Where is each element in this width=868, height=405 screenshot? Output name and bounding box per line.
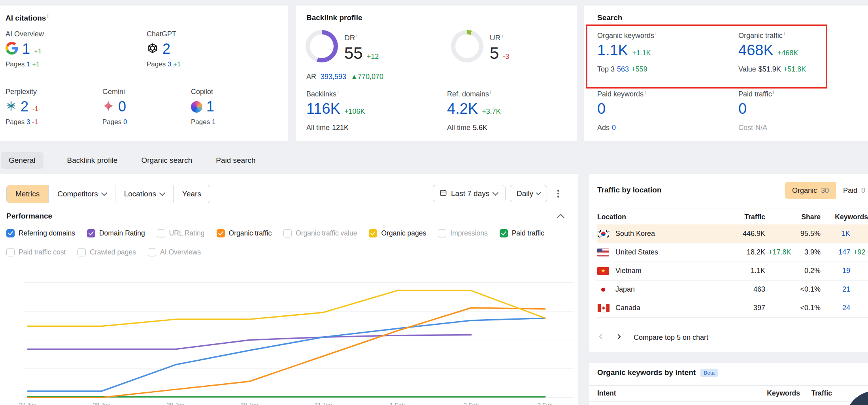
pages-count-link[interactable]: 3 [168,60,171,68]
tab-organic-search[interactable]: Organic search [141,156,192,165]
svg-text:1 Feb: 1 Feb [390,401,405,405]
keywords-by-intent-title: Organic keywords by intent Beta [597,368,718,377]
previous-page-icon[interactable] [597,333,604,342]
backlink-profile-card: Backlink profile DR 55 +12 AR 393,593 ▲7… [296,6,577,141]
chevron-down-icon [536,190,541,195]
more-options-button[interactable] [557,190,559,198]
info-icon [784,31,785,36]
flag-vietnam-icon: ★ [597,267,609,275]
location-pagination: Compare top 5 on chart [597,331,708,344]
keywords-count-link[interactable]: 147 [821,248,850,256]
info-icon [490,89,491,95]
paid-keywords-metric: Paid keywords 0 Ads0 [597,89,646,132]
checkbox-domain-rating[interactable]: Domain Rating [87,229,145,237]
section-divider [589,352,868,363]
url-rating-metric: UR 5 -3 [490,33,509,63]
checkbox-paid-traffic-cost[interactable]: Paid traffic cost [6,248,66,256]
collapse-section-icon[interactable] [557,214,564,221]
intent-table-header: Intent Keywords Traffic [589,385,868,402]
pages-count-link[interactable]: 1 [26,60,30,68]
ref-domains-count-link[interactable]: 4.2K [447,100,478,117]
svg-text:2 Feb: 2 Feb [464,401,479,405]
pages-count-link[interactable]: 1 [212,118,215,126]
paid-traffic-metric: Paid traffic 0 CostN/A [738,89,774,132]
perplexity-count: 2 [21,98,28,115]
performance-line-chart[interactable]: 27 Jan28 Jan29 Jan30 Jan31 Jan1 Feb2 Feb… [24,271,574,405]
flag-united-states-icon [597,249,609,256]
ads-count-link[interactable]: 0 [612,124,616,132]
search-card: Search Organic keywords 1.1K+1.1K Top 35… [584,6,868,141]
checkbox-ai-overviews[interactable]: AI Overviews [148,248,201,256]
ai-overview-metric: AI Overview 1 +1 Pages 1 +1 [6,30,100,68]
organic-keywords-metric: Organic keywords 1.1K+1.1K Top 3563+559 [597,31,657,73]
date-range-button[interactable]: Last 7 days [433,185,506,202]
metrics-filter-button[interactable]: Metrics [7,185,48,203]
next-page-icon[interactable] [615,333,623,342]
locations-filter-button[interactable]: Locations [115,185,173,203]
checkbox-paid-traffic[interactable]: Paid traffic [500,229,544,237]
years-filter-button[interactable]: Years [173,185,210,203]
chatgpt-count: 2 [162,41,170,57]
info-icon [356,33,357,39]
chart-filter-control: Metrics Competitors Locations Years [6,185,210,203]
ahrefs-rank-link[interactable]: 393,593 [321,73,346,81]
calendar-icon [440,189,447,198]
pages-count-link[interactable]: 0 [123,118,127,126]
domain-rating-donut [306,30,338,62]
ai-citations-title: AI citations [6,13,49,23]
checkbox-url-rating[interactable]: URL Rating [157,229,205,237]
location-row-united-states[interactable]: United States 18.2K +17.8K 3.9% 147 +92 [597,243,868,262]
checkbox-impressions[interactable]: Impressions [438,229,487,237]
pages-count-link[interactable]: 3 [26,118,30,126]
ai-overview-count: 1 [22,41,30,57]
backlink-profile-title: Backlink profile [306,13,362,22]
info-icon [645,89,646,95]
chevron-down-icon [101,190,107,196]
competitors-filter-button[interactable]: Competitors [48,185,115,203]
flag-japan-icon [597,286,609,294]
paid-keywords-link[interactable]: 0 [597,100,606,117]
info-icon [655,31,657,36]
organic-traffic-link[interactable]: 468K [738,42,774,59]
tab-general[interactable]: General [1,152,43,169]
svg-text:29 Jan: 29 Jan [166,401,184,405]
checkbox-organic-traffic[interactable]: Organic traffic [217,229,272,237]
backlinks-count-link[interactable]: 116K [306,100,340,117]
metric-checkbox-row: Paid traffic cost Crawled pages AI Overv… [6,248,201,256]
domain-rating-metric: DR 55 +12 [344,33,379,63]
location-row-canada[interactable]: Canada 397 <0.1% 24 [597,299,868,318]
chatgpt-icon [147,42,159,56]
checkbox-organic-traffic-value[interactable]: Organic traffic value [283,229,357,237]
svg-text:28 Jan: 28 Jan [92,401,110,405]
info-icon [502,33,503,39]
gemini-count: 0 [118,98,126,115]
site-explorer-dashboard: AI citations AI Overview 1 +1 Pages 1 +1… [0,0,868,405]
keywords-count-link[interactable]: 21 [821,285,850,294]
tab-backlink-profile[interactable]: Backlink profile [67,156,118,165]
paid-toggle-button[interactable]: Paid 0 [836,182,868,199]
organic-toggle-button[interactable]: Organic 30 [785,182,836,199]
location-row-vietnam[interactable]: ★ Vietnam 1.1K 0.2% 19 [597,262,868,281]
keywords-count-link[interactable]: 24 [821,304,850,312]
checkbox-referring-domains[interactable]: Referring domains [6,229,75,237]
location-row-south-korea[interactable]: South Korea 446.9K 95.5% 1K [597,224,868,243]
google-icon [6,42,18,56]
ai-citations-card: AI citations AI Overview 1 +1 Pages 1 +1… [0,6,288,141]
svg-text:31 Jan: 31 Jan [314,401,332,405]
ahrefs-rank-metric: AR 393,593 ▲770,070 [306,73,386,81]
search-title: Search [597,13,622,22]
keywords-count-link[interactable]: 19 [821,267,850,275]
url-rating-donut [451,30,483,62]
keywords-count-link[interactable]: 1K [821,230,850,238]
compare-top5-link[interactable]: Compare top 5 on chart [634,333,708,342]
location-row-japan[interactable]: Japan 463 <0.1% 21 [597,280,868,299]
checkbox-organic-pages[interactable]: Organic pages [369,229,426,237]
flag-canada-icon [597,304,610,313]
organic-keywords-link[interactable]: 1.1K [597,42,628,59]
copilot-metric: Copilot 1 Pages 1 [191,88,286,126]
checkbox-crawled-pages[interactable]: Crawled pages [77,248,136,256]
tab-paid-search[interactable]: Paid search [216,156,255,165]
top3-link[interactable]: 563 [617,65,629,73]
chatgpt-metric: ChatGPT 2 Pages 3 +1 [147,30,242,68]
granularity-button[interactable]: Daily [510,185,547,202]
